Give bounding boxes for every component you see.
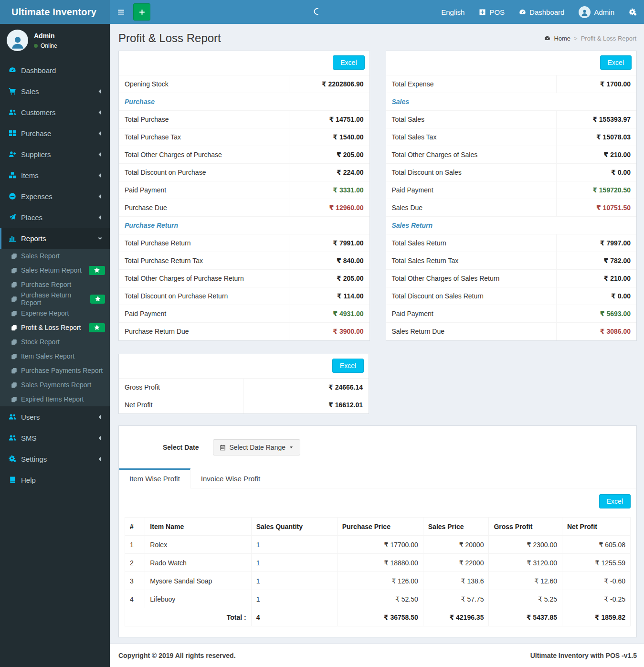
total-sales-price: ₹ 42196.35 [423,608,489,626]
sidebar-item[interactable]: Suppliers [0,144,110,165]
language-menu[interactable]: English [434,0,472,24]
sidebar-submenu: Sales Report Sales Return Report [0,249,110,406]
table-row: Total Sales Return ₹ 7997.00 [386,234,637,252]
sidebar-subitem[interactable]: Item Sales Report [0,349,110,363]
breadcrumb-current: Profit & Loss Report [581,35,636,42]
star-icon [95,296,101,302]
sales-summary-table: Total Expense ₹ 1700.00 Sales Total Sale… [386,75,637,340]
table-row: 1 Rolex 1 ₹ 17700.00 ₹ 20000 ₹ 2300.00 ₹… [125,536,631,554]
content-header: Profit & Loss Report Home > Profit & Los… [110,24,644,48]
row-label: Total Other Charges of Sales [386,146,557,164]
row-value: ₹ 24666.14 [244,378,369,396]
tab[interactable]: Invoice Wise Profit [190,468,271,488]
sidebar-item[interactable]: Help [0,469,110,490]
sidebar-menu-item: Help [0,469,110,490]
sidebar-item[interactable]: Dashboard [0,60,110,81]
paper-plane-icon [9,213,16,221]
box-header: Excel [386,51,637,75]
row-value: ₹ 0.00 [556,164,636,181]
quick-add-button[interactable] [133,3,150,21]
favorite-star-badge[interactable] [89,323,105,332]
cell-qty: 1 [251,554,337,572]
sidebar-item[interactable]: Purchase [0,123,110,144]
sidebar-item[interactable]: Sales [0,81,110,102]
table-row: Gross Profit ₹ 24666.14 [119,378,369,396]
cell-net-profit: ₹ -0.25 [562,590,630,608]
sidebar-subitem[interactable]: Sales Payments Report [0,378,110,392]
cell-gross-profit: ₹ 12.60 [489,572,562,590]
table-row: 3 Mysore Sandal Soap 1 ₹ 126.00 ₹ 138.6 … [125,572,631,590]
select-date-label: Select Date [163,444,199,451]
app-logo[interactable]: Ultimate Inventory [0,0,110,24]
sidebar-subitem[interactable]: Expense Report [0,306,110,320]
plus-icon [138,9,146,16]
user-menu[interactable]: Admin [571,0,622,24]
table-row: Paid Payment ₹ 5693.00 [386,305,637,323]
gears-icon [629,8,637,16]
sidebar-subitem[interactable]: Profit & Loss Report [0,320,110,335]
user-status[interactable]: Online [34,42,57,49]
tab[interactable]: Item Wise Profit [119,468,190,488]
sidebar-item[interactable]: Places [0,207,110,228]
table-row: Total Sales Tax ₹ 15078.03 [386,128,637,146]
table-row: Total Other Charges of Sales ₹ 210.00 [386,146,637,164]
sidebar-subitem[interactable]: Stock Report [0,335,110,349]
table-row: Total Purchase Return Tax ₹ 840.00 [119,252,370,270]
row-label: Net Profit [119,396,244,413]
table-total-row: Total : 4 ₹ 36758.50 ₹ 42196.35 ₹ 5437.8… [125,608,631,626]
row-value: ₹ 7997.00 [556,234,636,252]
sidebar-subitem[interactable]: Sales Report [0,249,110,263]
avatar [579,6,591,18]
sidebar-submenu-item: Sales Return Report [0,263,110,277]
excel-export-button[interactable]: Excel [600,55,632,70]
sidebar-subitem[interactable]: Expired Items Report [0,392,110,406]
favorite-star-badge[interactable] [90,295,105,304]
table-row: Total Purchase Return ₹ 7991.00 [119,234,370,252]
sidebar-subitem[interactable]: Sales Return Report [0,263,110,277]
row-label: Total Discount on Purchase [119,164,289,181]
sidebar-item[interactable]: Reports [0,228,110,249]
sidebar-item[interactable]: Settings [0,448,110,469]
sidebar-item[interactable]: Items [0,165,110,186]
row-value: ₹ 12960.00 [289,199,370,217]
row-value: ₹ 4931.00 [289,305,370,323]
breadcrumb-home-link[interactable]: Home [554,35,570,42]
sidebar-submenu-item: Sales Payments Report [0,378,110,392]
total-qty: 4 [251,608,337,626]
calendar-icon [220,445,226,451]
row-label: Total Purchase Return Tax [119,252,289,270]
tab-content-item-wise: Excel # Item Name Sales Quantity Purchas… [119,488,636,626]
column-header: Purchase Price [337,518,423,536]
sidebar-item[interactable]: Users [0,406,110,427]
moon-icon[interactable] [313,6,320,17]
row-label: Total Sales Tax [386,128,557,146]
sidebar-subitem[interactable]: Purchase Report [0,277,110,292]
sidebar-subitem[interactable]: Purchase Return Report [0,292,110,306]
sidebar-menu-item: Reports Sales Report [0,228,110,406]
row-value: ₹ 0.00 [556,287,636,305]
copy-icon [11,368,17,374]
sidebar-menu-item: Users [0,406,110,427]
row-value: ₹ 3086.00 [556,323,636,340]
sidebar-item[interactable]: SMS [0,427,110,448]
row-value: ₹ 10751.50 [556,199,636,217]
sidebar-toggle-button[interactable] [110,0,132,24]
excel-export-button[interactable]: Excel [332,359,364,373]
sidebar-menu-item: SMS [0,427,110,448]
copy-icon [11,282,17,288]
pos-link[interactable]: POS [472,0,512,24]
excel-export-button[interactable]: Excel [599,494,631,508]
excel-export-button[interactable]: Excel [333,55,364,70]
sidebar-item[interactable]: Expenses [0,186,110,207]
date-range-button[interactable]: Select Date Range [213,439,300,455]
favorite-star-badge[interactable] [89,266,105,275]
cell-sn: 4 [125,590,145,608]
row-label: Total Sales Return Tax [386,252,557,270]
section-row: Sales Return [386,217,637,234]
sidebar-subitem[interactable]: Purchase Payments Report [0,363,110,378]
dashboard-link[interactable]: Dashboard [512,0,571,24]
sidebar-item[interactable]: Customers [0,102,110,123]
row-value: ₹ 210.00 [556,146,636,164]
settings-gears-button[interactable] [622,0,644,24]
item-wise-profit-table: # Item Name Sales Quantity Purchase Pric… [125,517,631,626]
